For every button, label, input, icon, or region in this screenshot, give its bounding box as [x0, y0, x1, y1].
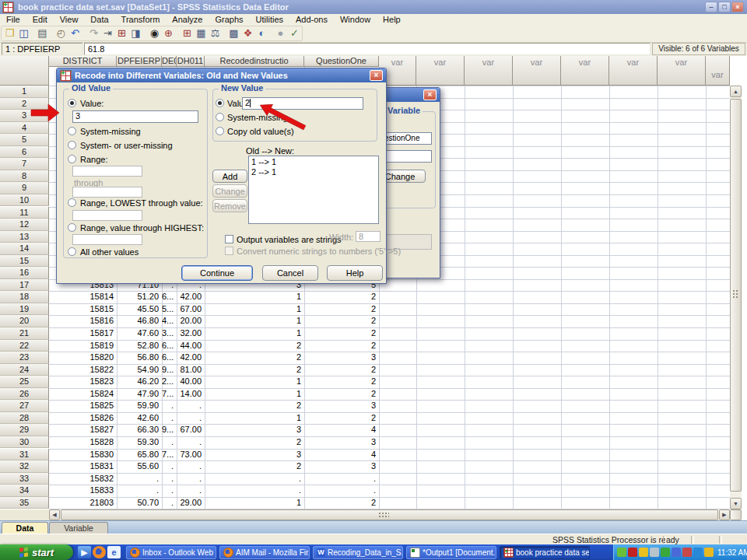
change-button[interactable]: Change — [212, 184, 247, 198]
data-cell[interactable]: 15828 — [49, 436, 117, 449]
column-header-recodedinstructio[interactable]: Recodedinstructio — [205, 56, 304, 67]
range-lowest-radio[interactable] — [68, 198, 76, 207]
data-cell[interactable]: 4 — [304, 424, 379, 436]
data-cell[interactable]: 67.00 — [177, 303, 205, 316]
taskbar-button-2[interactable]: AIM Mail - Mozilla Fir... — [219, 546, 310, 559]
data-cell[interactable]: 15832 — [49, 473, 117, 485]
data-cell[interactable]: 15825 — [49, 400, 117, 412]
data-cell[interactable]: 15824 — [49, 388, 117, 401]
row-header-19[interactable]: 19 — [0, 303, 49, 316]
data-cell[interactable]: . — [162, 460, 177, 473]
dialog-close-icon[interactable]: × — [370, 70, 383, 81]
data-cell[interactable]: 15820 — [49, 352, 117, 364]
data-cell[interactable]: 45.50 — [117, 303, 162, 316]
data-cell[interactable]: 1 — [205, 376, 304, 388]
row-header-1[interactable]: 1 — [0, 86, 49, 98]
row-header-9[interactable]: 9 — [0, 182, 49, 194]
data-cell[interactable]: 15830 — [49, 449, 117, 461]
row-header-27[interactable]: 27 — [0, 400, 49, 412]
cancel-button[interactable]: Cancel — [262, 265, 318, 281]
row-header-10[interactable]: 10 — [0, 194, 49, 207]
row-header-35[interactable]: 35 — [0, 497, 49, 509]
data-cell[interactable]: 50.70 — [117, 497, 162, 509]
row-header-33[interactable]: 33 — [0, 473, 49, 485]
var-column-header[interactable]: var — [658, 56, 706, 86]
data-cell[interactable]: 2 — [304, 340, 379, 352]
data-cell[interactable]: 2 — [304, 315, 379, 327]
output-strings-checkbox[interactable] — [225, 235, 233, 243]
range-highest-radio[interactable] — [68, 223, 76, 232]
row-header-32[interactable]: 32 — [0, 460, 49, 473]
data-cell[interactable]: 51.20 — [117, 291, 162, 303]
row-header-24[interactable]: 24 — [0, 364, 49, 376]
help-button[interactable]: Help — [327, 265, 383, 281]
old-value-field[interactable]: 3 — [72, 110, 198, 123]
range-to-field[interactable] — [72, 187, 142, 198]
data-cell[interactable]: 6... — [162, 352, 177, 364]
data-cell[interactable]: 42.00 — [177, 352, 205, 364]
row-header-15[interactable]: 15 — [0, 255, 49, 268]
data-cell[interactable]: . — [177, 473, 205, 485]
remove-button[interactable]: Remove — [212, 199, 247, 212]
row-header-7[interactable]: 7 — [0, 158, 49, 170]
data-cell[interactable]: 15831 — [49, 460, 117, 473]
old-new-list-item[interactable]: 2 --> 1 — [251, 167, 376, 177]
column-header-questionone[interactable]: QuestionOne — [304, 56, 379, 67]
data-cell[interactable]: 6... — [162, 291, 177, 303]
row-header-25[interactable]: 25 — [0, 376, 49, 388]
row-header-34[interactable]: 34 — [0, 485, 49, 497]
row-header-16[interactable]: 16 — [0, 267, 49, 279]
data-cell[interactable]: 2 — [304, 291, 379, 303]
data-cell[interactable]: 2 — [304, 303, 379, 316]
data-cell[interactable]: . — [205, 473, 304, 485]
data-cell[interactable]: 2 — [205, 460, 304, 473]
column-header-dh011[interactable]: DH011 — [177, 56, 205, 67]
data-cell[interactable]: 54.90 — [117, 364, 162, 376]
tab-variable-view[interactable]: Variable View — [49, 522, 108, 534]
data-cell[interactable]: 1 — [205, 388, 304, 401]
data-cell[interactable]: 2 — [304, 364, 379, 376]
data-cell[interactable]: 20.00 — [177, 315, 205, 327]
data-cell[interactable]: 66.30 — [117, 424, 162, 436]
tray-blue-windows-icon[interactable] — [672, 548, 681, 557]
column-header-de0[interactable]: DE0 — [162, 56, 177, 67]
media-player-icon[interactable]: ▶ — [78, 546, 91, 558]
data-cell[interactable]: 29.00 — [177, 497, 205, 509]
data-cell[interactable]: 5... — [162, 303, 177, 316]
data-cell[interactable]: 15819 — [49, 340, 117, 352]
data-cell[interactable]: 9... — [162, 364, 177, 376]
dialog-titlebar[interactable]: Recode into Different Variables: Old and… — [57, 68, 386, 82]
firefox-icon[interactable] — [93, 546, 106, 558]
range-from-field[interactable] — [72, 166, 142, 177]
data-cell[interactable]: 2 — [205, 436, 304, 449]
grid-corner-cell[interactable] — [0, 56, 49, 86]
data-cell[interactable]: 65.80 — [117, 449, 162, 461]
data-cell[interactable]: . — [162, 436, 177, 449]
data-cell[interactable]: 2 — [304, 497, 379, 509]
data-cell[interactable]: 3 — [205, 449, 304, 461]
data-cell[interactable]: 2 — [205, 364, 304, 376]
data-cell[interactable]: 2 — [205, 340, 304, 352]
horizontal-scrollbar-thumb[interactable] — [61, 509, 718, 520]
row-header-12[interactable]: 12 — [0, 219, 49, 231]
data-cell[interactable]: 15823 — [49, 376, 117, 388]
var-column-header[interactable]: var — [416, 56, 465, 86]
data-cell[interactable]: . — [304, 473, 379, 485]
data-cell[interactable]: . — [177, 460, 205, 473]
data-cell[interactable]: 46.20 — [117, 376, 162, 388]
data-cell[interactable]: 3... — [162, 327, 177, 340]
data-cell[interactable]: . — [117, 473, 162, 485]
var-column-header[interactable]: var — [465, 56, 513, 86]
width-field[interactable]: 8 — [356, 231, 381, 242]
row-header-3[interactable]: 3 — [0, 110, 49, 122]
row-header-17[interactable]: 17 — [0, 279, 49, 292]
add-button[interactable]: Add — [212, 170, 247, 183]
row-header-11[interactable]: 11 — [0, 207, 49, 219]
tray-ati-icon[interactable] — [628, 548, 637, 557]
range-radio[interactable] — [68, 155, 76, 163]
data-cell[interactable]: . — [177, 485, 205, 497]
data-cell[interactable]: . — [162, 497, 177, 509]
row-header-20[interactable]: 20 — [0, 315, 49, 327]
tray-yellow-round-icon[interactable] — [639, 548, 648, 557]
var-column-header[interactable]: var — [513, 56, 561, 86]
